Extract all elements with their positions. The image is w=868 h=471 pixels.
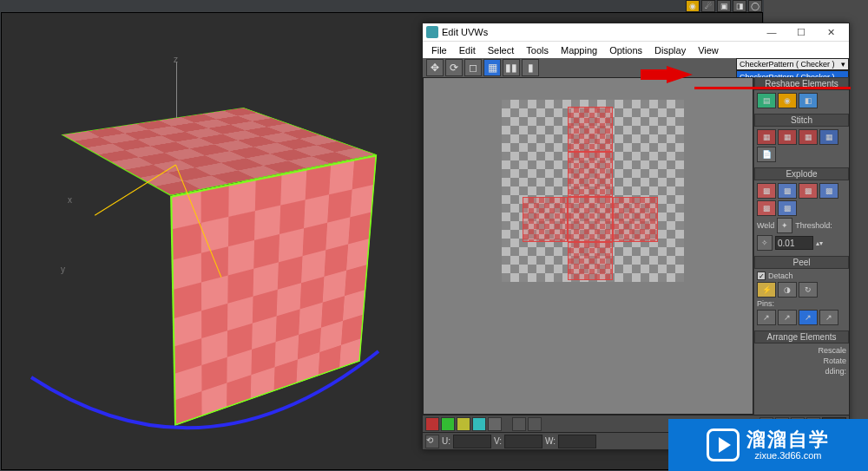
menu-display[interactable]: Display [649,45,691,56]
w-label: W: [545,436,556,446]
uv-island-back[interactable] [568,242,613,280]
uv-island-bottom[interactable] [568,197,613,242]
u-label: U: [442,436,450,446]
move-icon[interactable]: ✥ [426,59,444,76]
exp3-icon[interactable]: ▩ [799,183,818,199]
settings-icon[interactable]: ◨ [733,0,746,12]
watermark-small: zixue.3d66.com [754,450,821,461]
rescale-label: Rescale [818,346,846,355]
w-input[interactable] [558,435,596,448]
watermark-big: 溜溜自学 [746,429,830,450]
rotate-icon[interactable]: ⟳ [445,59,463,76]
peel3-icon[interactable]: ↻ [799,282,818,298]
pins-label: Pins: [757,299,846,308]
uv-island-right[interactable] [613,197,658,242]
sep1-icon[interactable] [512,417,526,431]
threshold-input[interactable] [775,236,813,250]
texture-dropdown-selected[interactable]: CheckerPattern ( Checker ) ▾ [736,58,849,70]
align-left-icon[interactable]: ▤ [757,93,776,108]
stitch3-icon[interactable]: ▦ [799,129,818,145]
selection-arc [14,325,396,471]
rollout-peel-head[interactable]: Peel [754,256,849,269]
threshold-label: Threshold: [795,221,832,230]
axis-y-label: y [61,265,65,274]
sync-icon[interactable]: ⟲ [425,435,439,448]
maximize-button[interactable]: ☐ [786,23,816,41]
u-input[interactable] [453,435,491,448]
menu-select[interactable]: Select [483,45,520,56]
subobj-poly-icon[interactable] [488,417,502,431]
v-label: V: [494,436,502,446]
menu-edit[interactable]: Edit [454,45,481,56]
align-center-icon[interactable]: ◉ [778,93,797,108]
menu-options[interactable]: Options [604,45,648,56]
axis-x-label: x [68,195,72,205]
peel1-icon[interactable]: ⚡ [757,282,776,298]
subobj-element-icon[interactable] [472,417,486,431]
menu-file[interactable]: File [426,45,452,56]
pin4-icon[interactable]: ↗ [819,310,838,325]
subobj-face-icon[interactable] [457,417,470,431]
uv-island-top[interactable] [568,107,613,152]
annotation-arrow-head [667,66,693,83]
weld-label: Weld [757,221,774,230]
menu-view[interactable]: View [693,45,724,56]
close-button[interactable]: ✕ [816,23,845,41]
copy-icon[interactable]: 📄 [757,147,776,162]
global-top-bar: ◉ ☄ ▣ ◨ ◯ [686,0,762,12]
world-icon[interactable]: ◉ [686,0,700,12]
exp4-icon[interactable]: ▩ [819,183,838,199]
exp6-icon[interactable]: ▩ [778,200,797,216]
padding-label: dding: [825,367,846,376]
v-input[interactable] [504,435,542,448]
rollout-stitch-head[interactable]: Stitch [754,114,849,127]
rollout-arrange-head[interactable]: Arrange Elements [754,330,849,343]
stitch1-icon[interactable]: ▦ [757,129,776,145]
sep2-icon[interactable] [528,417,542,431]
menu-tools[interactable]: Tools [521,45,554,56]
top-toolbar: ✥ ⟳ ◻ ▦ ▮▮ ▮ UV ▦ CheckerPattern ( Check… [423,58,849,77]
app-icon [426,26,438,38]
align-right-icon[interactable]: ◧ [799,93,818,108]
weld-icon[interactable]: ✦ [777,218,792,233]
window-title: Edit UVWs [442,27,488,37]
annotation-underline [694,87,851,89]
spotlight-icon[interactable]: ☄ [701,0,715,12]
exp5-icon[interactable]: ▩ [757,200,776,216]
rotate-label: Rotate [823,357,846,365]
unweld-icon[interactable]: ✧ [757,235,773,251]
uv-island-left[interactable] [523,197,568,242]
freeform-icon[interactable]: ▦ [483,59,501,76]
play-icon [707,428,740,461]
axis-z-label: z [174,55,178,64]
scale-icon[interactable]: ◻ [464,59,482,76]
minimize-button[interactable]: — [757,23,786,41]
subobj-edge-icon[interactable] [441,417,455,431]
uv-canvas[interactable] [423,77,753,415]
subobj-vertex-icon[interactable] [425,417,439,431]
pin1-icon[interactable]: ↗ [757,310,776,325]
rollout-panel: Reshape Elements ▤ ◉ ◧ Stitch ▦ ▦ ▦ ▦ 📄 [753,77,849,415]
pin2-icon[interactable]: ↗ [778,310,797,325]
exp1-icon[interactable]: ▩ [757,183,776,199]
peel2-icon[interactable]: ◑ [778,282,797,298]
mirror-icon[interactable]: ▮▮ [503,59,520,76]
stitch4-icon[interactable]: ▦ [819,129,838,145]
pin3-icon[interactable]: ↗ [799,310,818,325]
mirror-v-icon[interactable]: ▮ [522,59,539,76]
titlebar[interactable]: Edit UVWs — ☐ ✕ [423,23,849,41]
exp2-icon[interactable]: ▩ [778,183,797,199]
detach-checkbox[interactable]: ✓ [757,271,766,280]
circle-icon[interactable]: ◯ [748,0,762,12]
stitch2-icon[interactable]: ▦ [778,129,797,145]
people-icon[interactable]: ▣ [717,0,731,12]
watermark: 溜溜自学 zixue.3d66.com [668,419,868,471]
menubar: File Edit Select Tools Mapping Options D… [423,41,849,58]
rollout-explode-head[interactable]: Explode [754,167,849,180]
detach-label: Detach [768,271,793,280]
uv-island-front[interactable] [568,152,613,197]
menu-mapping[interactable]: Mapping [556,45,602,56]
